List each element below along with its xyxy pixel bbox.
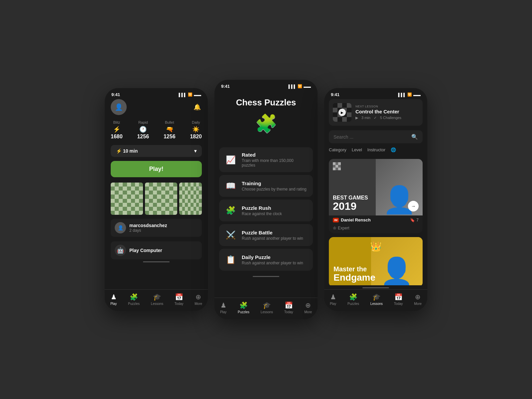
lesson-duration: 3 min (361, 116, 370, 120)
status-icons-right: ▌▌▌ 🛜 ▬▬ (398, 92, 421, 97)
nav-puzzles-center[interactable]: 🧩 Puzzles (238, 301, 249, 314)
puzzles-nav-icon-r: 🧩 (349, 293, 357, 301)
daily-puzzle-icon: 📋 (224, 253, 237, 266)
filter-row: Category Level Instructor 🌐 (329, 147, 423, 155)
nav-more-right[interactable]: ⊕ More (414, 293, 422, 306)
filter-instructor[interactable]: Instructor (367, 147, 385, 152)
opponent-time: 2 days (129, 228, 167, 233)
play-computer-row[interactable]: 🤖 Play Computer (111, 241, 202, 259)
play-nav-icon-r: ♟ (330, 293, 336, 301)
puzzle-item-battle[interactable]: ⚔️ Puzzle Battle Rush against another pl… (219, 224, 313, 246)
status-icons-center: ▌▌▌ 🛜 ▬▬ (289, 84, 311, 88)
nav-lessons-right[interactable]: 🎓 Lessons (370, 293, 383, 306)
nav-today-right[interactable]: 📅 Today (394, 293, 403, 306)
puzzle-item-daily[interactable]: 📋 Daily Puzzle Rush against another play… (219, 249, 313, 271)
instructor-right: 🔖 7 (410, 218, 419, 222)
course-card-endgame[interactable]: 👤 👑 Master the Endgame (329, 237, 423, 285)
play-nav-icon-c: ♟ (220, 301, 226, 309)
play-nav-label: Play (110, 302, 117, 306)
puzzles-title: Chess Puzzles (221, 97, 311, 108)
left-phone: 9:41 ▌▌▌ 🛜 ▬▬ 👤 🔔 Blitz ⚡ 1680 Rapid (105, 88, 208, 311)
stat-label-daily: Daily (190, 120, 202, 124)
filter-global[interactable]: 🌐 (391, 147, 396, 152)
nav-play-left[interactable]: ♟ Play (110, 293, 117, 306)
im-badge: IM (333, 218, 339, 222)
stat-value-bullet: 1256 (164, 134, 176, 140)
status-time-right: 9:41 (331, 92, 339, 97)
play-nav-label-c: Play (220, 310, 226, 314)
nav-today-left[interactable]: 📅 Today (175, 293, 184, 306)
endgame-title: Master the Endgame (333, 265, 375, 282)
puzzles-nav-label-r: Puzzles (347, 302, 359, 306)
lessons-nav-label: Lessons (151, 302, 163, 306)
nav-more-center[interactable]: ⊕ More (304, 301, 312, 314)
nav-puzzles-right[interactable]: 🧩 Puzzles (347, 293, 359, 306)
bell-icon[interactable]: 🔔 (193, 102, 202, 112)
puzzle-item-rush[interactable]: 🧩 Puzzle Rush Race against the clock (219, 200, 313, 221)
status-bar-left: 9:41 ▌▌▌ 🛜 ▬▬ (105, 88, 208, 99)
nav-play-right[interactable]: ♟ Play (330, 293, 336, 306)
filter-category[interactable]: Category (329, 147, 346, 152)
lesson-challenges: 5 Challenges (380, 116, 401, 120)
course-card-best-games[interactable]: 👤 BEST GAMES 2019 → (329, 159, 423, 233)
level-label: Expert (338, 226, 349, 230)
course-count: 7 (416, 218, 419, 222)
course-arrow-button[interactable]: → (408, 201, 419, 211)
next-lesson-card[interactable]: ▶ NEXT LESSON Control the Center ▶ 3 min… (329, 99, 423, 126)
battle-icon: ⚔️ (224, 229, 237, 241)
scroll-indicator-center (253, 276, 279, 277)
crown-small-icon: ♔ (333, 226, 336, 230)
check-icon: ✓ (374, 116, 377, 120)
instructor-row: IM Daniel Rensch 🔖 7 (329, 215, 423, 224)
search-bar[interactable]: Search ... 🔍 (329, 130, 423, 143)
stat-label-rapid: Rapid (137, 120, 149, 124)
chevron-down-icon: ▾ (194, 148, 197, 154)
play-circle-icon: ▶ (338, 109, 346, 116)
stat-label-blitz: Blitz (111, 120, 123, 124)
time-selector[interactable]: ⚡ 10 min ▾ (111, 145, 202, 157)
nav-puzzles-left[interactable]: 🧩 Puzzles (128, 293, 140, 306)
profile-row: 👤 🔔 (111, 99, 202, 115)
avatar[interactable]: 👤 (111, 99, 127, 115)
filter-level[interactable]: Level (352, 147, 362, 152)
stats-row: Blitz ⚡ 1680 Rapid 🕐 1256 Bullet 🔫 1256 … (111, 120, 202, 140)
play-icon-small: ▶ (355, 116, 358, 120)
lesson-meta: NEXT LESSON Control the Center ▶ 3 min ✓… (355, 105, 419, 120)
puzzle-big-icon: 🧩 (221, 113, 311, 134)
nav-more-left[interactable]: ⊕ More (195, 293, 202, 306)
stat-value-blitz: 1680 (111, 134, 123, 140)
puzzle-item-rated[interactable]: 📈 Rated Train with more than 150,000 puz… (219, 147, 313, 172)
search-icon: 🔍 (411, 134, 418, 140)
puzzles-nav-icon: 🧩 (130, 293, 138, 301)
rush-icon: 🧩 (224, 204, 237, 217)
puzzle-training-text: Training Choose puzzles by theme and rat… (242, 181, 307, 192)
stat-rapid: Rapid 🕐 1256 (137, 120, 149, 140)
stat-value-daily: 1820 (190, 134, 202, 140)
stat-value-rapid: 1256 (137, 134, 149, 140)
play-button[interactable]: Play! (111, 161, 202, 177)
puzzle-list: 📈 Rated Train with more than 150,000 puz… (214, 144, 318, 274)
more-nav-label-r: More (414, 302, 422, 306)
status-icons-left: ▌▌▌ 🛜 ▬▬ (179, 92, 201, 97)
nav-lessons-center[interactable]: 🎓 Lessons (261, 301, 273, 314)
chess-boards-row (111, 183, 202, 215)
scroll-indicator-right (362, 287, 389, 288)
lesson-title: Control the Center (355, 109, 419, 114)
more-nav-label-c: More (304, 310, 312, 314)
lessons-nav-icon: 🎓 (153, 293, 161, 301)
right-phone: 9:41 ▌▌▌ 🛜 ▬▬ ▶ (324, 88, 427, 311)
today-nav-label-r: Today (394, 302, 403, 306)
list-icon[interactable]: ≡ (197, 185, 200, 190)
nav-play-center[interactable]: ♟ Play (220, 301, 226, 314)
bottom-nav-left: ♟ Play 🧩 Puzzles 🎓 Lessons 📅 Today ⊕ Mor… (105, 289, 208, 311)
instructor-name: Daniel Rensch (341, 217, 371, 222)
right-content: ▶ NEXT LESSON Control the Center ▶ 3 min… (324, 99, 427, 285)
computer-icon: 🤖 (115, 245, 126, 256)
puzzle-rush-text: Puzzle Rush Race against the clock (242, 205, 282, 216)
crown-icon: 👑 (370, 241, 382, 252)
puzzle-daily-text: Daily Puzzle Rush against another player… (242, 254, 303, 265)
nav-lessons-left[interactable]: 🎓 Lessons (151, 293, 163, 306)
nav-today-center[interactable]: 📅 Today (284, 301, 293, 314)
opponent-row[interactable]: 👤 marcosdsanchez 2 days (111, 219, 202, 237)
puzzle-item-training[interactable]: 📖 Training Choose puzzles by theme and r… (219, 175, 313, 197)
